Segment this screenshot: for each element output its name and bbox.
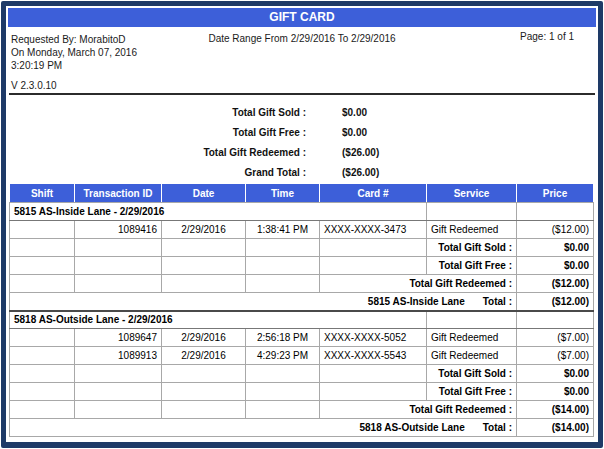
empty-cell bbox=[162, 257, 246, 275]
empty-cell bbox=[246, 239, 320, 257]
empty-cell bbox=[162, 401, 246, 419]
empty-cell bbox=[246, 383, 320, 401]
summary-label: Grand Total : bbox=[6, 163, 306, 183]
group-total-label: 5818 AS-Outside LaneTotal : bbox=[10, 419, 517, 437]
table-row: 1089416 2/29/2016 1:38:41 PM XXXX-XXXX-3… bbox=[10, 221, 594, 239]
group-total-row: 5818 AS-Outside LaneTotal : ($14.00) bbox=[10, 419, 594, 437]
empty-cell bbox=[320, 257, 427, 275]
cell-transaction-id: 1089647 bbox=[75, 329, 162, 347]
group-total-word: Total : bbox=[465, 296, 512, 307]
total-row: Total Gift Redeemed : ($14.00) bbox=[10, 401, 594, 419]
empty-cell bbox=[162, 365, 246, 383]
cell-transaction-id: 1089416 bbox=[75, 221, 162, 239]
group-header-label: 5815 AS-Inside Lane - 2/29/2016 bbox=[10, 203, 427, 221]
cell-card: XXXX-XXXX-5052 bbox=[320, 329, 427, 347]
cell-service: Gift Redeemed bbox=[427, 347, 517, 365]
empty-cell bbox=[75, 275, 162, 293]
empty-cell bbox=[10, 401, 75, 419]
empty-cell bbox=[10, 257, 75, 275]
cell-time: 4:29:23 PM bbox=[246, 347, 320, 365]
cell-service: Gift Redeemed bbox=[427, 221, 517, 239]
empty-cell bbox=[246, 401, 320, 419]
table-header-row: Shift Transaction ID Date Time Card # Se… bbox=[10, 184, 594, 203]
table-row: 1089913 2/29/2016 4:29:23 PM XXXX-XXXX-5… bbox=[10, 347, 594, 365]
cell-date: 2/29/2016 bbox=[162, 347, 246, 365]
empty-cell bbox=[320, 383, 427, 401]
group-total-row: 5815 AS-Inside LaneTotal : ($12.00) bbox=[10, 293, 594, 311]
summary-value: $0.00 bbox=[342, 103, 367, 123]
total-value: ($14.00) bbox=[517, 401, 594, 419]
summary-row: Total Gift Free : $0.00 bbox=[6, 123, 598, 143]
group-total-name: 5818 AS-Outside Lane bbox=[360, 422, 465, 433]
empty-cell bbox=[517, 311, 594, 329]
total-label: Total Gift Free : bbox=[427, 383, 517, 401]
cell-shift bbox=[10, 347, 75, 365]
empty-cell bbox=[10, 365, 75, 383]
total-row: Total Gift Sold : $0.00 bbox=[10, 365, 594, 383]
empty-cell bbox=[246, 257, 320, 275]
summary-row: Total Gift Redeemed : ($26.00) bbox=[6, 143, 598, 163]
empty-cell bbox=[75, 239, 162, 257]
empty-cell bbox=[10, 275, 75, 293]
total-label: Total Gift Sold : bbox=[427, 239, 517, 257]
col-header-price: Price bbox=[517, 184, 594, 203]
group-total-value: ($12.00) bbox=[517, 293, 594, 311]
empty-cell bbox=[162, 275, 246, 293]
group-header-label: 5818 AS-Outside Lane - 2/29/2016 bbox=[10, 311, 427, 329]
total-value: $0.00 bbox=[517, 257, 594, 275]
empty-cell bbox=[10, 239, 75, 257]
cell-price: ($7.00) bbox=[517, 347, 594, 365]
cell-date: 2/29/2016 bbox=[162, 329, 246, 347]
empty-cell bbox=[427, 203, 517, 221]
cell-service: Gift Redeemed bbox=[427, 329, 517, 347]
cell-card: XXXX-XXXX-3473 bbox=[320, 221, 427, 239]
total-label: Total Gift Sold : bbox=[427, 365, 517, 383]
total-row: Total Gift Redeemed : ($12.00) bbox=[10, 275, 594, 293]
report-version: V 2.3.0.10 bbox=[11, 79, 137, 92]
group-total-value: ($14.00) bbox=[517, 419, 594, 437]
total-value: $0.00 bbox=[517, 239, 594, 257]
report-run-time: 3:20:19 PM bbox=[11, 59, 137, 72]
cell-card: XXXX-XXXX-5543 bbox=[320, 347, 427, 365]
empty-cell bbox=[75, 257, 162, 275]
group-total-name: 5815 AS-Inside Lane bbox=[368, 296, 465, 307]
col-header-shift: Shift bbox=[10, 184, 75, 203]
empty-cell bbox=[75, 383, 162, 401]
empty-cell bbox=[75, 365, 162, 383]
col-header-service: Service bbox=[427, 184, 517, 203]
group-total-label: 5815 AS-Inside LaneTotal : bbox=[10, 293, 517, 311]
summary-row: Total Gift Sold : $0.00 bbox=[6, 103, 598, 123]
col-header-date: Date bbox=[162, 184, 246, 203]
summary-value: ($26.00) bbox=[342, 143, 379, 163]
cell-date: 2/29/2016 bbox=[162, 221, 246, 239]
total-label: Total Gift Redeemed : bbox=[320, 275, 517, 293]
page-indicator: Page: 1 of 1 bbox=[520, 31, 574, 42]
cell-price: ($12.00) bbox=[517, 221, 594, 239]
empty-cell bbox=[517, 203, 594, 221]
empty-cell bbox=[320, 365, 427, 383]
empty-cell bbox=[246, 365, 320, 383]
empty-cell bbox=[320, 239, 427, 257]
cell-time: 2:56:18 PM bbox=[246, 329, 320, 347]
report-title: GIFT CARD bbox=[8, 8, 596, 27]
report-header-info: Requested By: MorabitoD On Monday, March… bbox=[6, 27, 598, 93]
report-run-date: On Monday, March 07, 2016 bbox=[11, 46, 137, 59]
total-label: Total Gift Free : bbox=[427, 257, 517, 275]
total-row: Total Gift Free : $0.00 bbox=[10, 383, 594, 401]
group-header-row: 5818 AS-Outside Lane - 2/29/2016 bbox=[10, 311, 594, 329]
transactions-table: Shift Transaction ID Date Time Card # Se… bbox=[9, 183, 594, 437]
cell-transaction-id: 1089913 bbox=[75, 347, 162, 365]
empty-cell bbox=[10, 383, 75, 401]
col-header-time: Time bbox=[246, 184, 320, 203]
total-value: $0.00 bbox=[517, 365, 594, 383]
cell-price: ($7.00) bbox=[517, 329, 594, 347]
summary-value: ($26.00) bbox=[342, 163, 379, 183]
empty-cell bbox=[162, 239, 246, 257]
summary-label: Total Gift Sold : bbox=[6, 103, 306, 123]
summary-value: $0.00 bbox=[342, 123, 367, 143]
total-value: ($12.00) bbox=[517, 275, 594, 293]
total-value: $0.00 bbox=[517, 383, 594, 401]
table-row: 1089647 2/29/2016 2:56:18 PM XXXX-XXXX-5… bbox=[10, 329, 594, 347]
empty-cell bbox=[162, 383, 246, 401]
summary-row: Grand Total : ($26.00) bbox=[6, 163, 598, 183]
